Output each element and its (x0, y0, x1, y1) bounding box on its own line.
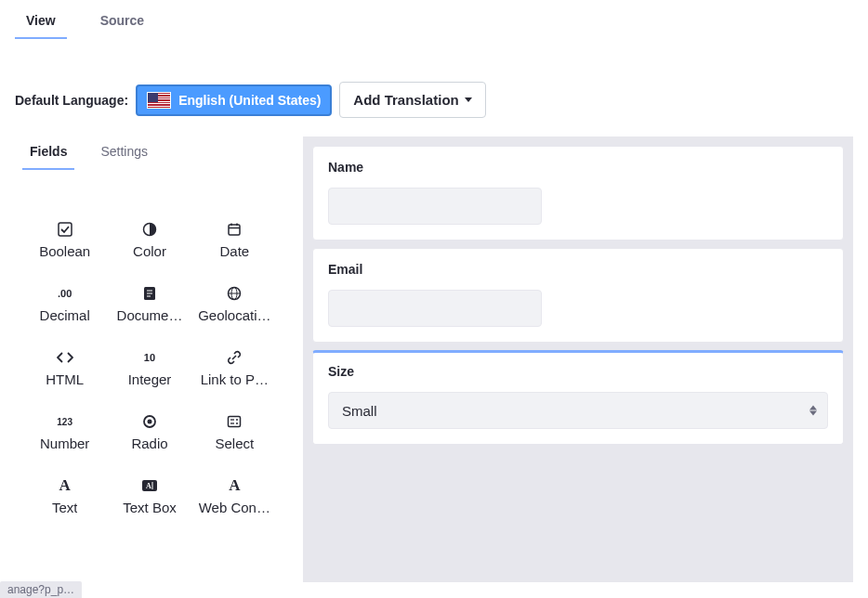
web-content-icon: A (226, 477, 243, 494)
field-type-date[interactable]: Date (196, 221, 273, 259)
globe-icon (226, 285, 243, 302)
select-icon (226, 413, 243, 430)
link-icon (226, 349, 243, 366)
field-type-label: Docume… (117, 307, 183, 323)
form-field-name[interactable]: Name (312, 146, 844, 240)
field-type-grid: Boolean Color Date .00 Decimal (15, 170, 284, 515)
radio-icon (141, 413, 158, 430)
field-type-label: Boolean (39, 243, 90, 259)
svg-rect-2 (229, 225, 240, 235)
field-type-link-to-page[interactable]: Link to P… (196, 349, 273, 387)
svg-text:A: A (146, 482, 151, 490)
checkbox-icon (57, 221, 73, 238)
tab-view[interactable]: View (15, 7, 67, 39)
caret-down-icon (465, 98, 472, 102)
field-label: Email (328, 262, 828, 277)
top-tabs: View Source (0, 0, 868, 39)
form-field-email[interactable]: Email (312, 248, 844, 343)
size-select-wrap: Small (328, 392, 828, 429)
sub-tabs: Fields Settings (15, 136, 284, 170)
tab-source[interactable]: Source (89, 7, 155, 39)
field-type-text[interactable]: A Text (26, 477, 103, 515)
field-type-geolocation[interactable]: Geolocati… (196, 285, 273, 323)
field-type-label: Text (52, 500, 78, 515)
field-type-label: Decimal (40, 307, 90, 323)
add-translation-button[interactable]: Add Translation (339, 82, 485, 118)
svg-rect-0 (59, 223, 72, 236)
field-label: Size (328, 364, 828, 379)
field-type-label: Select (215, 436, 254, 451)
svg-point-14 (147, 420, 151, 424)
field-type-label: Number (40, 436, 89, 451)
field-type-label: Geolocati… (198, 307, 270, 323)
email-input[interactable] (328, 290, 542, 327)
svg-point-18 (236, 419, 238, 421)
number-icon: 123 (57, 413, 73, 430)
field-type-select[interactable]: Select (196, 413, 273, 451)
tab-settings[interactable]: Settings (93, 136, 155, 170)
field-type-html[interactable]: HTML (26, 349, 103, 387)
field-type-text-box[interactable]: A Text Box (111, 477, 188, 515)
svg-point-19 (236, 422, 238, 424)
language-row: Default Language: English (United States… (0, 39, 868, 136)
contrast-icon (141, 221, 158, 238)
calendar-icon (226, 221, 243, 238)
field-type-label: Link to P… (201, 371, 269, 387)
status-bar-stub: anage?p_p… (0, 581, 82, 598)
code-icon (57, 349, 73, 366)
field-type-radio[interactable]: Radio (111, 413, 188, 451)
left-panel: Fields Settings Boolean Color Date (15, 136, 284, 582)
field-type-integer[interactable]: 10 Integer (111, 349, 188, 387)
field-type-label: Web Con… (199, 500, 270, 515)
field-type-label: Text Box (123, 500, 177, 515)
main-area: Fields Settings Boolean Color Date (0, 136, 868, 582)
text-icon: A (57, 477, 73, 494)
svg-rect-15 (229, 417, 241, 427)
us-flag-icon (147, 92, 171, 109)
field-type-document[interactable]: Docume… (111, 285, 188, 323)
decimal-icon: .00 (57, 285, 73, 302)
add-translation-label: Add Translation (353, 92, 458, 108)
tab-fields[interactable]: Fields (22, 136, 74, 170)
field-type-web-content[interactable]: A Web Con… (196, 477, 273, 515)
text-box-icon: A (141, 477, 158, 494)
field-type-boolean[interactable]: Boolean (26, 221, 103, 259)
field-type-color[interactable]: Color (111, 221, 188, 259)
field-type-label: Radio (131, 436, 167, 451)
language-selector[interactable]: English (United States) (136, 84, 332, 116)
field-type-label: Integer (128, 371, 172, 387)
size-select[interactable]: Small (328, 392, 828, 429)
field-type-label: HTML (46, 371, 84, 387)
language-selected-text: English (United States) (178, 93, 321, 108)
form-canvas: Name Email Size Small (303, 136, 853, 582)
field-label: Name (328, 160, 828, 175)
integer-icon: 10 (141, 349, 158, 366)
field-type-label: Date (219, 243, 249, 259)
field-type-number[interactable]: 123 Number (26, 413, 103, 451)
default-language-label: Default Language: (15, 93, 128, 108)
name-input[interactable] (328, 188, 542, 225)
document-icon (141, 285, 158, 302)
field-type-label: Color (133, 243, 166, 259)
form-field-size[interactable]: Size Small (312, 350, 844, 445)
field-type-decimal[interactable]: .00 Decimal (26, 285, 103, 323)
